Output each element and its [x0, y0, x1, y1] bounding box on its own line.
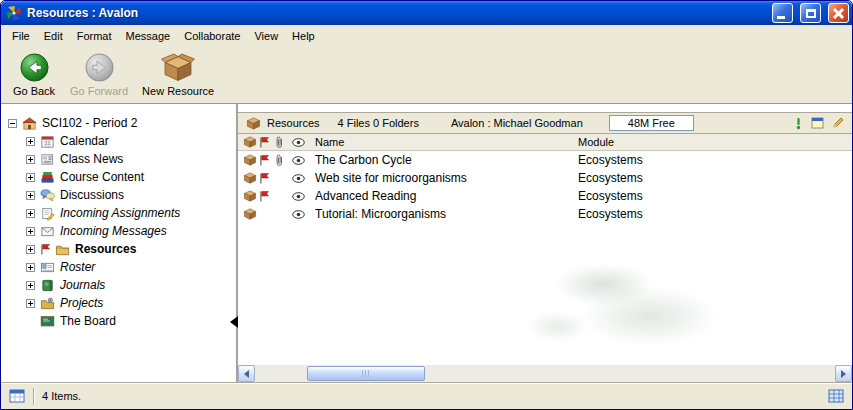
menu-file[interactable]: File	[5, 27, 37, 45]
title-bar[interactable]: Resources : Avalon	[1, 1, 852, 25]
status-bar: 4 Items.	[1, 382, 852, 409]
column-module[interactable]: Module	[578, 136, 852, 148]
tree-item-roster[interactable]: Roster	[1, 258, 236, 276]
window-icon[interactable]	[811, 117, 824, 129]
column-paperclip-icon[interactable]	[275, 136, 292, 149]
go-forward-label: Go Forward	[70, 85, 128, 97]
collapse-toggle-icon[interactable]	[8, 119, 17, 128]
expand-toggle-icon[interactable]	[26, 173, 35, 182]
tree-item-resources[interactable]: Resources	[1, 240, 236, 258]
expand-toggle-icon[interactable]	[26, 263, 35, 272]
column-flag-icon[interactable]	[259, 136, 275, 149]
file-folder-counts: 4 Files 0 Folders	[338, 117, 419, 129]
tree-item-label: Resources	[75, 242, 136, 256]
tree-item-incoming-assignments[interactable]: Incoming Assignments	[1, 204, 236, 222]
tree-item-label: Class News	[60, 152, 123, 166]
resource-row-web-site[interactable]: Web site for microorganisms Ecosystems	[238, 169, 852, 187]
maximize-button[interactable]	[800, 3, 821, 23]
go-back-button[interactable]: Go Back	[7, 49, 61, 100]
items-count: 4 Items.	[42, 390, 81, 402]
status-calendar-icon[interactable]	[9, 389, 25, 403]
maximize-icon	[806, 9, 816, 18]
column-box-icon[interactable]	[238, 136, 259, 148]
menu-message[interactable]: Message	[119, 27, 178, 45]
resource-row-carbon-cycle[interactable]: The Carbon Cycle Ecosystems	[238, 151, 852, 169]
tree-item-incoming-messages[interactable]: Incoming Messages	[1, 222, 236, 240]
tree-root[interactable]: SCI102 - Period 2	[1, 114, 236, 132]
calendar-icon	[40, 134, 55, 149]
tree-item-label: Incoming Messages	[60, 224, 167, 238]
new-resource-label: New Resource	[142, 85, 214, 97]
menu-edit[interactable]: Edit	[37, 27, 70, 45]
expand-toggle-icon[interactable]	[26, 299, 35, 308]
expand-toggle-icon[interactable]	[26, 245, 35, 254]
splitter-collapse-icon[interactable]	[230, 316, 238, 328]
journal-icon	[40, 278, 55, 293]
horizontal-scrollbar[interactable]	[238, 364, 852, 382]
resource-row-tutorial[interactable]: Tutorial: Microorganisms Ecosystems	[238, 205, 852, 223]
tree-root-label: SCI102 - Period 2	[42, 116, 137, 130]
tree-item-calendar[interactable]: Calendar	[1, 132, 236, 150]
eye-icon	[292, 156, 315, 165]
scrollbar-track[interactable]	[255, 365, 835, 382]
flag-icon	[40, 243, 50, 256]
tree-item-class-news[interactable]: Class News	[1, 150, 236, 168]
tree-item-label: Discussions	[60, 188, 124, 202]
menu-format[interactable]: Format	[70, 27, 119, 45]
pane-header-icons	[794, 117, 844, 130]
close-button[interactable]	[828, 3, 849, 23]
main-area: SCI102 - Period 2 Calendar Class News Co…	[1, 104, 852, 382]
resource-module: Ecosystems	[578, 153, 852, 167]
tree-item-course-content[interactable]: Course Content	[1, 168, 236, 186]
tree-item-label: Journals	[60, 278, 105, 292]
box-icon	[238, 190, 259, 202]
close-icon	[832, 7, 845, 20]
status-grid-icon[interactable]	[828, 389, 844, 403]
app-logo-icon	[6, 5, 22, 21]
box-icon	[238, 172, 259, 184]
expand-toggle-icon[interactable]	[26, 227, 35, 236]
expand-toggle-icon[interactable]	[26, 155, 35, 164]
classroom-icon	[22, 116, 37, 131]
tree-item-label: The Board	[60, 314, 116, 328]
flag-icon	[259, 172, 275, 185]
column-name[interactable]: Name	[315, 136, 578, 148]
projects-icon	[40, 296, 55, 311]
tree-item-label: Course Content	[60, 170, 144, 184]
scroll-right-icon	[841, 370, 846, 378]
app-window: Resources : Avalon File Edit Format Mess…	[0, 0, 853, 410]
scroll-right-button[interactable]	[835, 365, 852, 382]
expand-toggle-icon[interactable]	[26, 281, 35, 290]
scroll-left-button[interactable]	[238, 365, 255, 382]
tree-item-discussions[interactable]: Discussions	[1, 186, 236, 204]
resource-row-advanced-reading[interactable]: Advanced Reading Ecosystems	[238, 187, 852, 205]
expand-toggle-icon[interactable]	[26, 209, 35, 218]
minimize-button[interactable]	[772, 3, 793, 23]
content-pane: Resources 4 Files 0 Folders Avalon : Mic…	[238, 104, 852, 382]
minimize-icon	[777, 16, 785, 19]
green-indicator-icon[interactable]	[794, 117, 803, 130]
assignment-icon	[40, 206, 55, 221]
column-eye-icon[interactable]	[292, 138, 315, 147]
books-icon	[40, 170, 55, 185]
menu-help[interactable]: Help	[285, 27, 322, 45]
tree-item-journals[interactable]: Journals	[1, 276, 236, 294]
new-resource-button[interactable]: New Resource	[137, 49, 219, 100]
edit-pencil-icon[interactable]	[832, 117, 844, 129]
scrollbar-thumb[interactable]	[307, 366, 425, 381]
pane-header: Resources 4 Files 0 Folders Avalon : Mic…	[238, 112, 852, 134]
resource-name: Tutorial: Microorganisms	[315, 207, 578, 221]
window-title: Resources : Avalon	[27, 6, 765, 20]
roster-icon	[40, 260, 55, 275]
tree-item-the-board[interactable]: The Board	[1, 312, 236, 330]
eye-icon	[292, 192, 315, 201]
expand-toggle-icon[interactable]	[26, 137, 35, 146]
menu-view[interactable]: View	[247, 27, 285, 45]
discussion-icon	[40, 188, 55, 203]
go-forward-button[interactable]: Go Forward	[65, 49, 133, 100]
go-back-label: Go Back	[13, 85, 55, 97]
menu-collaborate[interactable]: Collaborate	[177, 27, 247, 45]
tree-item-projects[interactable]: Projects	[1, 294, 236, 312]
list-empty-area	[238, 223, 852, 364]
expand-toggle-icon[interactable]	[26, 191, 35, 200]
